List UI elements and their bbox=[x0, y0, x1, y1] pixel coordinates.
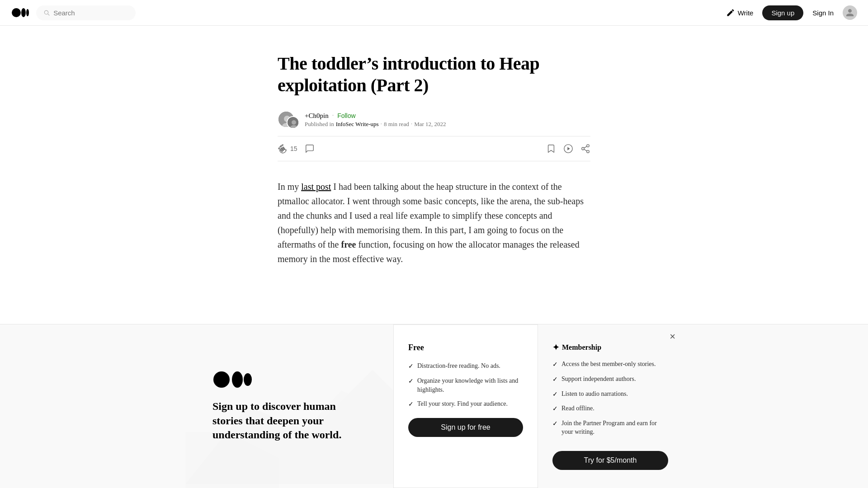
svg-line-16 bbox=[584, 149, 587, 151]
clap-icon bbox=[278, 144, 288, 154]
svg-line-4 bbox=[48, 14, 49, 15]
search-bar[interactable] bbox=[36, 5, 136, 20]
author-info: +Ch0pin · Follow Published in InfoSec Wr… bbox=[305, 112, 446, 128]
signup-button[interactable]: Sign up bbox=[762, 5, 803, 20]
article-paragraph-1: In my last post I had been talking about… bbox=[278, 179, 590, 266]
svg-line-17 bbox=[584, 146, 587, 148]
svg-point-1 bbox=[21, 8, 26, 17]
author-avatars bbox=[278, 111, 299, 129]
comment-icon bbox=[305, 144, 315, 154]
user-icon bbox=[845, 8, 854, 17]
listen-button[interactable] bbox=[563, 144, 573, 154]
meta-row: Published in InfoSec Write-ups · 8 min r… bbox=[305, 121, 446, 128]
bookmark-icon bbox=[546, 144, 556, 154]
svg-point-15 bbox=[587, 150, 590, 153]
medium-logo[interactable] bbox=[11, 7, 29, 18]
write-label: Write bbox=[738, 9, 754, 17]
search-input[interactable] bbox=[53, 9, 128, 17]
author-avatar-secondary bbox=[287, 116, 299, 129]
clap-count: 15 bbox=[290, 145, 297, 152]
dot-separator-3: · bbox=[411, 121, 413, 128]
last-post-link[interactable]: last post bbox=[301, 182, 331, 192]
article-title: The toddler’s introduction to Heap explo… bbox=[278, 53, 590, 96]
header-right: Write Sign up Sign In bbox=[726, 5, 857, 20]
signin-button[interactable]: Sign In bbox=[812, 9, 834, 17]
dot-separator-1: · bbox=[332, 112, 334, 119]
article-body: In my last post I had been talking about… bbox=[278, 179, 590, 266]
medium-logo-icon bbox=[11, 7, 29, 18]
dot-separator-2: · bbox=[381, 121, 382, 128]
author-row: +Ch0pin · Follow Published in InfoSec Wr… bbox=[278, 111, 590, 129]
svg-point-14 bbox=[582, 147, 585, 150]
published-in-label: Published in bbox=[305, 121, 334, 128]
svg-marker-12 bbox=[567, 147, 570, 150]
write-button[interactable]: Write bbox=[726, 8, 754, 17]
svg-point-2 bbox=[26, 9, 29, 16]
body-intro: In my bbox=[278, 182, 301, 192]
author-secondary-icon bbox=[288, 117, 299, 129]
svg-point-13 bbox=[587, 145, 590, 147]
play-icon bbox=[563, 144, 573, 154]
article-main: The toddler’s introduction to Heap explo… bbox=[267, 26, 601, 293]
bookmark-button[interactable] bbox=[546, 144, 556, 154]
body-bold-text: free bbox=[341, 239, 356, 249]
header-left bbox=[11, 5, 136, 20]
clap-button[interactable]: 15 bbox=[278, 144, 297, 154]
author-name-row: +Ch0pin · Follow bbox=[305, 112, 446, 120]
follow-button[interactable]: Follow bbox=[337, 112, 355, 119]
action-bar: 15 bbox=[278, 136, 590, 161]
avatar[interactable] bbox=[843, 5, 857, 20]
share-icon bbox=[580, 144, 590, 154]
svg-point-0 bbox=[12, 8, 21, 17]
header: Write Sign up Sign In bbox=[0, 0, 868, 26]
comment-button[interactable] bbox=[305, 144, 315, 154]
publication-link[interactable]: InfoSec Write-ups bbox=[336, 121, 379, 128]
svg-point-9 bbox=[292, 120, 296, 125]
author-name[interactable]: +Ch0pin bbox=[305, 112, 329, 120]
read-time: 8 min read bbox=[384, 121, 409, 128]
action-right bbox=[546, 144, 590, 154]
publish-date: Mar 12, 2022 bbox=[414, 121, 446, 128]
action-left: 15 bbox=[278, 144, 315, 154]
search-icon bbox=[43, 9, 50, 16]
write-icon bbox=[726, 8, 735, 17]
share-button[interactable] bbox=[580, 144, 590, 154]
